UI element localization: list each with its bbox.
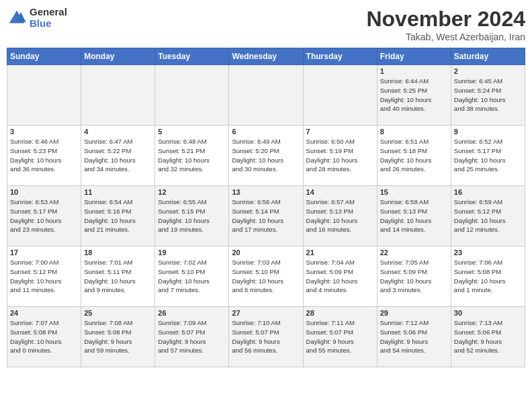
calendar-week-row: 24Sunrise: 7:07 AM Sunset: 5:08 PM Dayli… bbox=[7, 307, 525, 367]
day-number: 14 bbox=[306, 188, 374, 196]
logo: General Blue bbox=[7, 7, 67, 29]
calendar-cell: 13Sunrise: 6:56 AM Sunset: 5:14 PM Dayli… bbox=[229, 186, 303, 246]
day-number: 20 bbox=[232, 248, 300, 257]
day-info: Sunrise: 6:54 AM Sunset: 5:16 PM Dayligh… bbox=[84, 197, 152, 234]
calendar-cell bbox=[7, 65, 81, 126]
day-number: 1 bbox=[380, 67, 448, 75]
day-info: Sunrise: 6:56 AM Sunset: 5:14 PM Dayligh… bbox=[232, 197, 300, 234]
day-info: Sunrise: 7:06 AM Sunset: 5:08 PM Dayligh… bbox=[454, 258, 522, 295]
day-number: 21 bbox=[306, 248, 374, 257]
page-header: General Blue November 2024 Takab, West A… bbox=[7, 7, 525, 42]
calendar-cell: 22Sunrise: 7:05 AM Sunset: 5:09 PM Dayli… bbox=[377, 246, 451, 307]
calendar-cell: 25Sunrise: 7:08 AM Sunset: 5:08 PM Dayli… bbox=[81, 307, 155, 367]
day-info: Sunrise: 7:00 AM Sunset: 5:12 PM Dayligh… bbox=[10, 258, 78, 295]
calendar-cell: 29Sunrise: 7:12 AM Sunset: 5:06 PM Dayli… bbox=[377, 307, 451, 367]
day-info: Sunrise: 6:50 AM Sunset: 5:19 PM Dayligh… bbox=[306, 137, 374, 174]
day-number: 15 bbox=[380, 188, 448, 196]
day-number: 5 bbox=[158, 128, 226, 136]
day-number: 17 bbox=[10, 248, 78, 257]
day-info: Sunrise: 7:04 AM Sunset: 5:09 PM Dayligh… bbox=[306, 258, 374, 295]
calendar-cell bbox=[229, 65, 303, 126]
calendar-cell: 7Sunrise: 6:50 AM Sunset: 5:19 PM Daylig… bbox=[303, 126, 377, 186]
day-info: Sunrise: 7:03 AM Sunset: 5:10 PM Dayligh… bbox=[232, 258, 300, 295]
day-info: Sunrise: 7:05 AM Sunset: 5:09 PM Dayligh… bbox=[380, 258, 448, 295]
day-info: Sunrise: 6:58 AM Sunset: 5:13 PM Dayligh… bbox=[380, 197, 448, 234]
day-number: 3 bbox=[10, 128, 78, 136]
day-info: Sunrise: 6:59 AM Sunset: 5:12 PM Dayligh… bbox=[454, 197, 522, 234]
calendar-cell: 27Sunrise: 7:10 AM Sunset: 5:07 PM Dayli… bbox=[229, 307, 303, 367]
calendar-cell bbox=[303, 65, 377, 126]
day-info: Sunrise: 6:46 AM Sunset: 5:23 PM Dayligh… bbox=[10, 137, 78, 174]
day-number: 29 bbox=[380, 309, 448, 317]
location: Takab, West Azerbaijan, Iran bbox=[366, 32, 525, 42]
calendar-cell: 17Sunrise: 7:00 AM Sunset: 5:12 PM Dayli… bbox=[7, 246, 81, 307]
calendar-cell: 23Sunrise: 7:06 AM Sunset: 5:08 PM Dayli… bbox=[451, 246, 525, 307]
calendar-cell: 18Sunrise: 7:01 AM Sunset: 5:11 PM Dayli… bbox=[81, 246, 155, 307]
calendar-cell: 20Sunrise: 7:03 AM Sunset: 5:10 PM Dayli… bbox=[229, 246, 303, 307]
calendar-cell: 16Sunrise: 6:59 AM Sunset: 5:12 PM Dayli… bbox=[451, 186, 525, 246]
calendar-body: 1Sunrise: 6:44 AM Sunset: 5:25 PM Daylig… bbox=[7, 65, 525, 367]
calendar-cell: 21Sunrise: 7:04 AM Sunset: 5:09 PM Dayli… bbox=[303, 246, 377, 307]
day-number: 22 bbox=[380, 248, 448, 257]
day-info: Sunrise: 7:09 AM Sunset: 5:07 PM Dayligh… bbox=[158, 318, 226, 355]
calendar-cell: 10Sunrise: 6:53 AM Sunset: 5:17 PM Dayli… bbox=[7, 186, 81, 246]
day-info: Sunrise: 7:10 AM Sunset: 5:07 PM Dayligh… bbox=[232, 318, 300, 355]
day-info: Sunrise: 6:51 AM Sunset: 5:18 PM Dayligh… bbox=[380, 137, 448, 174]
calendar-week-row: 3Sunrise: 6:46 AM Sunset: 5:23 PM Daylig… bbox=[7, 126, 525, 186]
day-number: 24 bbox=[10, 309, 78, 317]
day-number: 30 bbox=[454, 309, 522, 317]
day-number: 9 bbox=[454, 128, 522, 136]
day-info: Sunrise: 7:12 AM Sunset: 5:06 PM Dayligh… bbox=[380, 318, 448, 355]
calendar-cell: 8Sunrise: 6:51 AM Sunset: 5:18 PM Daylig… bbox=[377, 126, 451, 186]
day-number: 26 bbox=[158, 309, 226, 317]
weekday-header: Saturday bbox=[451, 48, 525, 65]
month-title: November 2024 bbox=[366, 7, 525, 32]
day-info: Sunrise: 6:44 AM Sunset: 5:25 PM Dayligh… bbox=[380, 77, 448, 113]
calendar-week-row: 1Sunrise: 6:44 AM Sunset: 5:25 PM Daylig… bbox=[7, 65, 525, 126]
day-info: Sunrise: 7:02 AM Sunset: 5:10 PM Dayligh… bbox=[158, 258, 226, 295]
calendar-header: SundayMondayTuesdayWednesdayThursdayFrid… bbox=[7, 48, 525, 65]
logo-line2: Blue bbox=[30, 18, 67, 30]
calendar-cell: 14Sunrise: 6:57 AM Sunset: 5:13 PM Dayli… bbox=[303, 186, 377, 246]
calendar-cell: 15Sunrise: 6:58 AM Sunset: 5:13 PM Dayli… bbox=[377, 186, 451, 246]
day-info: Sunrise: 7:07 AM Sunset: 5:08 PM Dayligh… bbox=[10, 318, 78, 355]
calendar-cell: 24Sunrise: 7:07 AM Sunset: 5:08 PM Dayli… bbox=[7, 307, 81, 367]
logo-icon bbox=[7, 8, 27, 28]
day-info: Sunrise: 6:52 AM Sunset: 5:17 PM Dayligh… bbox=[454, 137, 522, 174]
logo-text: General Blue bbox=[30, 7, 67, 29]
day-number: 16 bbox=[454, 188, 522, 196]
day-info: Sunrise: 6:49 AM Sunset: 5:20 PM Dayligh… bbox=[232, 137, 300, 174]
calendar-cell bbox=[81, 65, 155, 126]
weekday-header: Tuesday bbox=[155, 48, 229, 65]
calendar-cell: 19Sunrise: 7:02 AM Sunset: 5:10 PM Dayli… bbox=[155, 246, 229, 307]
calendar-cell: 30Sunrise: 7:13 AM Sunset: 5:06 PM Dayli… bbox=[451, 307, 525, 367]
day-info: Sunrise: 6:45 AM Sunset: 5:24 PM Dayligh… bbox=[454, 77, 522, 113]
calendar-cell: 5Sunrise: 6:48 AM Sunset: 5:21 PM Daylig… bbox=[155, 126, 229, 186]
day-number: 7 bbox=[306, 128, 374, 136]
calendar-cell: 3Sunrise: 6:46 AM Sunset: 5:23 PM Daylig… bbox=[7, 126, 81, 186]
calendar-week-row: 10Sunrise: 6:53 AM Sunset: 5:17 PM Dayli… bbox=[7, 186, 525, 246]
weekday-header: Monday bbox=[81, 48, 155, 65]
day-number: 18 bbox=[84, 248, 152, 257]
day-number: 10 bbox=[10, 188, 78, 196]
day-number: 19 bbox=[158, 248, 226, 257]
day-number: 12 bbox=[158, 188, 226, 196]
day-number: 11 bbox=[84, 188, 152, 196]
day-info: Sunrise: 6:57 AM Sunset: 5:13 PM Dayligh… bbox=[306, 197, 374, 234]
day-info: Sunrise: 7:11 AM Sunset: 5:07 PM Dayligh… bbox=[306, 318, 374, 355]
day-number: 28 bbox=[306, 309, 374, 317]
day-number: 8 bbox=[380, 128, 448, 136]
day-number: 27 bbox=[232, 309, 300, 317]
weekday-header: Thursday bbox=[303, 48, 377, 65]
calendar-table: SundayMondayTuesdayWednesdayThursdayFrid… bbox=[7, 48, 525, 367]
day-info: Sunrise: 6:48 AM Sunset: 5:21 PM Dayligh… bbox=[158, 137, 226, 174]
calendar-cell: 28Sunrise: 7:11 AM Sunset: 5:07 PM Dayli… bbox=[303, 307, 377, 367]
calendar-week-row: 17Sunrise: 7:00 AM Sunset: 5:12 PM Dayli… bbox=[7, 246, 525, 307]
day-number: 2 bbox=[454, 67, 522, 75]
calendar-cell: 12Sunrise: 6:55 AM Sunset: 5:15 PM Dayli… bbox=[155, 186, 229, 246]
weekday-header: Friday bbox=[377, 48, 451, 65]
calendar-cell: 11Sunrise: 6:54 AM Sunset: 5:16 PM Dayli… bbox=[81, 186, 155, 246]
logo-line1: General bbox=[30, 7, 67, 18]
day-number: 4 bbox=[84, 128, 152, 136]
day-info: Sunrise: 6:53 AM Sunset: 5:17 PM Dayligh… bbox=[10, 197, 78, 234]
